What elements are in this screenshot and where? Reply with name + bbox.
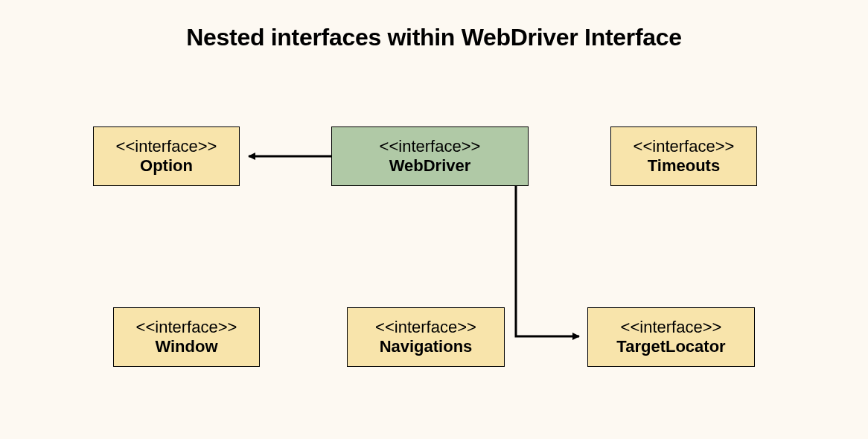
box-webdriver: <<interface>> WebDriver bbox=[331, 126, 529, 186]
box-name: Timeouts bbox=[648, 156, 720, 176]
box-name: WebDriver bbox=[389, 156, 471, 176]
stereotype-label: <<interface>> bbox=[380, 137, 481, 156]
box-targetlocator: <<interface>> TargetLocator bbox=[587, 307, 755, 367]
box-navigations: <<interface>> Navigations bbox=[347, 307, 505, 367]
stereotype-label: <<interface>> bbox=[136, 318, 237, 337]
stereotype-label: <<interface>> bbox=[634, 137, 735, 156]
stereotype-label: <<interface>> bbox=[375, 318, 476, 337]
stereotype-label: <<interface>> bbox=[621, 318, 722, 337]
box-name: Navigations bbox=[380, 337, 473, 356]
connectors-svg bbox=[0, 0, 868, 439]
box-window: <<interface>> Window bbox=[113, 307, 260, 367]
box-name: TargetLocator bbox=[616, 337, 725, 356]
box-option: <<interface>> Option bbox=[93, 126, 240, 186]
stereotype-label: <<interface>> bbox=[116, 137, 217, 156]
box-name: Option bbox=[140, 156, 193, 176]
box-timeouts: <<interface>> Timeouts bbox=[610, 126, 757, 186]
arrow-webdriver-to-targetlocator bbox=[516, 186, 579, 336]
diagram-canvas: <<interface>> Option <<interface>> WebDr… bbox=[0, 0, 868, 439]
box-name: Window bbox=[155, 337, 217, 356]
